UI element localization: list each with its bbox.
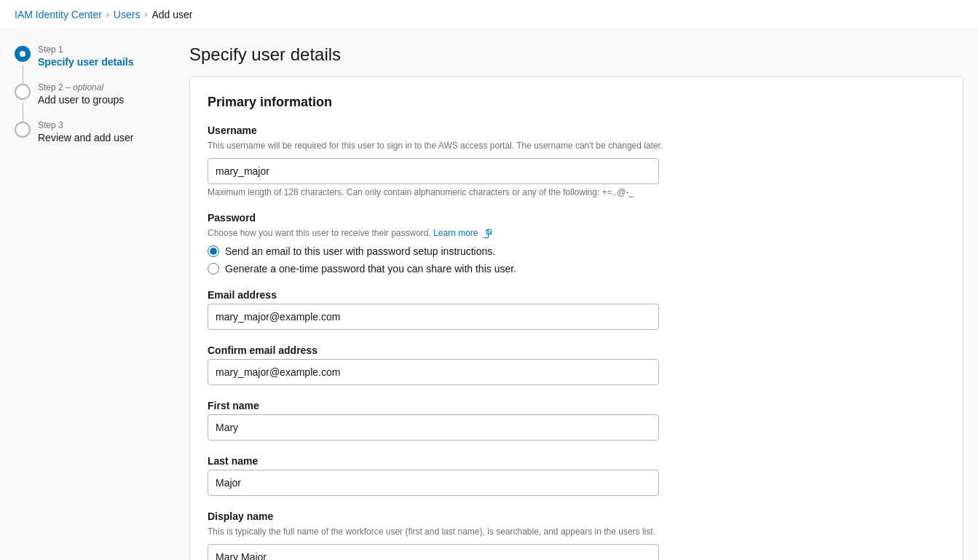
first-name-input[interactable] [208, 414, 659, 441]
breadcrumb-sep-1: › [106, 9, 109, 20]
confirm-email-input[interactable] [208, 359, 659, 385]
sidebar: Step 1 Specify user details Step 2 – opt… [15, 44, 175, 560]
step-2: Step 2 – optional Add user to groups [15, 82, 175, 120]
confirm-email-label: Confirm email address [208, 344, 945, 356]
breadcrumb-users-link[interactable]: Users [114, 9, 141, 20]
email-label: Email address [208, 289, 945, 301]
first-name-field: First name [208, 400, 945, 441]
password-send-email-option[interactable]: Send an email to this user with password… [208, 245, 945, 257]
primary-information-card: Primary information Username This userna… [189, 76, 963, 560]
username-field: Username This username will be required … [208, 125, 945, 197]
breadcrumb-current: Add user [151, 9, 192, 20]
password-otp-radio[interactable] [208, 263, 219, 275]
step-3-label: Step 3 [38, 120, 175, 130]
step-3-circle [15, 122, 31, 138]
step-1-content: Step 1 Specify user details [38, 44, 175, 82]
password-label: Password [208, 212, 945, 224]
external-link-icon [483, 229, 492, 238]
step-2-title[interactable]: Add user to groups [38, 94, 175, 106]
display-name-field: Display name This is typically the full … [208, 510, 945, 560]
password-description: Choose how you want this user to receive… [208, 226, 945, 240]
username-label: Username [208, 125, 945, 136]
breadcrumb: IAM Identity Center › Users › Add user [0, 0, 978, 30]
step-1-circle [15, 46, 31, 62]
step-2-label: Step 2 – optional [38, 82, 175, 92]
card-title: Primary information [208, 95, 945, 110]
confirm-email-field: Confirm email address [208, 344, 945, 385]
display-name-label: Display name [208, 510, 945, 522]
last-name-field: Last name [208, 455, 945, 496]
breadcrumb-sep-2: › [144, 9, 147, 20]
step-3-content: Step 3 Review and add user [38, 120, 175, 158]
first-name-label: First name [208, 400, 945, 411]
last-name-input[interactable] [208, 470, 659, 496]
step-3: Step 3 Review and add user [15, 120, 175, 158]
last-name-label: Last name [208, 455, 945, 467]
email-input[interactable] [208, 304, 659, 330]
password-send-email-radio[interactable] [208, 245, 219, 257]
username-description: This username will be required for this … [208, 139, 945, 152]
password-send-email-label: Send an email to this user with password… [225, 245, 495, 257]
learn-more-link[interactable]: Learn more [433, 228, 492, 238]
content-area: Specify user details Primary information… [189, 44, 963, 560]
step-2-content: Step 2 – optional Add user to groups [38, 82, 175, 120]
username-hint: Maximum length of 128 characters. Can on… [208, 187, 945, 197]
step-1-label: Step 1 [38, 44, 175, 55]
password-radio-group: Send an email to this user with password… [208, 245, 945, 275]
display-name-description: This is typically the full name of the w… [208, 525, 945, 538]
step-2-circle [15, 84, 31, 100]
password-otp-label: Generate a one-time password that you ca… [225, 263, 516, 275]
step-3-title[interactable]: Review and add user [38, 132, 175, 143]
username-input[interactable] [208, 158, 659, 184]
email-field: Email address [208, 289, 945, 330]
main-layout: Step 1 Specify user details Step 2 – opt… [0, 30, 978, 560]
password-otp-option[interactable]: Generate a one-time password that you ca… [208, 263, 945, 275]
page-title: Specify user details [189, 44, 963, 65]
password-field: Password Choose how you want this user t… [208, 212, 945, 275]
step-1: Step 1 Specify user details [15, 44, 175, 82]
breadcrumb-iam-link[interactable]: IAM Identity Center [15, 9, 102, 20]
step-1-title[interactable]: Specify user details [38, 56, 175, 68]
display-name-input[interactable] [208, 544, 659, 560]
